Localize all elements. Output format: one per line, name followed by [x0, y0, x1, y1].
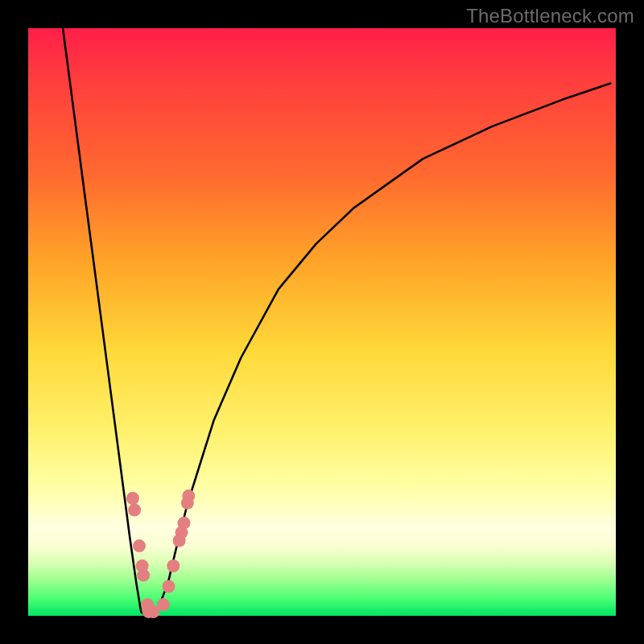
marker-point [178, 517, 191, 530]
marker-point [167, 559, 180, 572]
marker-point [133, 539, 146, 552]
marker-point [163, 580, 175, 593]
marker-point [126, 492, 139, 505]
curve-left-branch [63, 28, 149, 616]
marker-point [137, 569, 150, 582]
chart-frame: TheBottleneck.com [0, 0, 644, 644]
marker-point [182, 489, 195, 502]
curve-right-branch [149, 84, 610, 616]
marker-point [157, 598, 170, 611]
marker-point [128, 504, 141, 517]
curve-overlay [0, 0, 644, 644]
